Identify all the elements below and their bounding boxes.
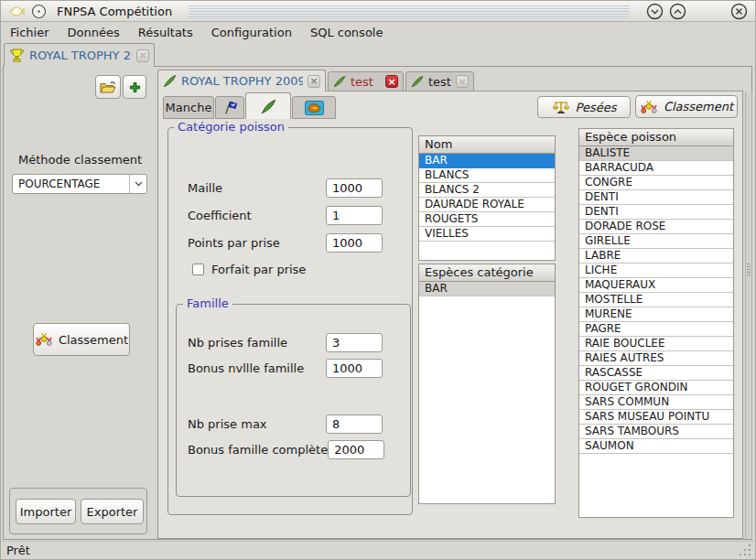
classement-button[interactable]: Classement — [635, 95, 738, 118]
field-row: Coefficient — [188, 205, 383, 225]
tab-test2-close-icon[interactable]: × — [456, 75, 469, 88]
table-row[interactable]: MOSTELLE — [579, 293, 733, 307]
subtab-manche[interactable]: Manche — [163, 96, 214, 119]
subtab-manche-label: Manche — [166, 101, 212, 114]
table-row[interactable]: PAGRE — [579, 322, 733, 337]
classement-label: Classement — [664, 100, 733, 113]
field-label: Bonus nvllle famille — [188, 361, 304, 375]
field-row: Points par prise — [188, 232, 383, 253]
titlebar-stripes — [189, 5, 630, 17]
menu-item[interactable]: Fichier — [1, 24, 59, 41]
table-row[interactable]: SARS MUSEAU POINTU — [579, 410, 733, 425]
table-row[interactable]: RAIES AUTRES — [579, 351, 733, 366]
menu-item[interactable]: Données — [59, 24, 129, 41]
field-input[interactable] — [326, 233, 383, 253]
table-row[interactable]: DENTI — [579, 205, 733, 220]
subtab-engagements[interactable] — [215, 96, 244, 119]
espece-poisson-table: Espèce poisson BALISTEBARRACUDACONGREDEN… — [578, 128, 734, 518]
table-row[interactable]: SAUMON — [579, 439, 733, 454]
tab-royal-trophy-3[interactable]: ROYAL TROPHY 2009 3 × — [157, 70, 326, 92]
maximize-button[interactable] — [669, 3, 686, 20]
splitter-handle[interactable] — [745, 92, 752, 539]
especes-categorie-body: BAR — [419, 282, 555, 296]
close-button[interactable] — [730, 3, 748, 20]
table-row[interactable]: BAR — [419, 154, 555, 168]
medals-icon — [35, 331, 53, 348]
table-row[interactable]: CONGRE — [579, 176, 733, 190]
title-bar[interactable]: FNPSA Compétition — [1, 1, 755, 22]
folder-open-icon — [100, 81, 116, 94]
especes-categorie-header[interactable]: Espèces catégorie — [419, 264, 555, 282]
table-row[interactable]: DAURADE ROYALE — [419, 198, 555, 212]
menu-bar: FichierDonnéesRésultatsConfigurationSQL … — [1, 23, 755, 42]
window-menu-button[interactable] — [30, 3, 48, 20]
table-row[interactable]: BALISTE — [579, 146, 733, 161]
pesees-button[interactable]: Pesées — [537, 96, 631, 118]
open-button[interactable] — [95, 75, 121, 99]
table-row[interactable]: ROUGETS — [419, 212, 555, 227]
importer-button[interactable]: Importer — [16, 499, 76, 524]
forfait-checkbox[interactable] — [192, 264, 204, 275]
tab-test[interactable]: test × — [328, 71, 404, 92]
subtab-zones[interactable] — [292, 96, 336, 119]
fish-icon — [333, 75, 346, 88]
competition-tab[interactable]: ROYAL TROPHY 2009 × — [4, 43, 155, 67]
splitter-grip-icon — [747, 264, 751, 276]
classement-sidebar-label: Classement — [59, 333, 128, 347]
table-row[interactable]: RASCASSE — [579, 366, 733, 381]
competition-tab-close-icon[interactable]: × — [136, 49, 149, 62]
fish-icon — [163, 74, 177, 88]
tab-test-close-icon[interactable]: × — [385, 75, 398, 88]
field-input[interactable] — [326, 178, 383, 198]
especes-categorie-table: Espèces catégorie BAR — [418, 264, 556, 504]
table-row[interactable]: SARS TAMBOURS — [579, 425, 733, 439]
classement-sidebar-button[interactable]: Classement — [33, 323, 130, 356]
table-row[interactable]: ROUGET GRONDIN — [579, 381, 733, 395]
nom-table-header[interactable]: Nom — [419, 136, 555, 154]
field-input[interactable] — [326, 206, 383, 225]
table-row[interactable]: BLANCS 2 — [419, 183, 555, 198]
resize-grip[interactable] — [740, 544, 751, 555]
trophy-icon — [9, 48, 25, 63]
field-input[interactable] — [328, 440, 384, 459]
exporter-button[interactable]: Exporter — [81, 499, 144, 524]
menu-item[interactable]: SQL console — [301, 24, 393, 41]
table-row[interactable]: BLANCS — [419, 168, 555, 183]
table-row[interactable]: MURENE — [579, 307, 733, 322]
table-row[interactable]: GIRELLE — [579, 234, 733, 249]
table-row[interactable]: RAIE BOUCLEE — [579, 337, 733, 351]
menu-item[interactable]: Résultats — [129, 24, 202, 41]
importer-label: Importer — [20, 505, 72, 519]
table-row[interactable]: BAR — [419, 282, 555, 296]
espece-poisson-header[interactable]: Espèce poisson — [579, 129, 733, 146]
status-bar: Prêt — [1, 541, 755, 559]
method-label: Méthode classement — [18, 153, 142, 167]
table-row[interactable]: DENTI — [579, 190, 733, 205]
method-select[interactable]: POURCENTAGE — [12, 174, 147, 194]
table-row[interactable]: DORADE ROSE — [579, 220, 733, 234]
field-row: Maille — [188, 178, 383, 198]
table-row[interactable]: LABRE — [579, 249, 733, 264]
field-label: Points par prise — [188, 236, 280, 250]
tab-royal-trophy-3-label: ROYAL TROPHY 2009 3 — [181, 74, 303, 88]
table-row[interactable]: SARS COMMUN — [579, 395, 733, 410]
forfait-checkbox-row: Forfait par prise — [192, 263, 306, 276]
tab-test2[interactable]: test2 × — [405, 71, 474, 92]
tab-royal-trophy-3-close-icon[interactable]: × — [308, 75, 320, 88]
field-row: Bonus nvllle famille — [188, 358, 383, 378]
menu-item[interactable]: Configuration — [202, 24, 301, 41]
table-row[interactable]: VIELLES — [419, 227, 555, 242]
famille-fields-bottom: Nb prise max Bonus famille complète — [188, 414, 383, 465]
minimize-button[interactable] — [646, 3, 664, 20]
add-button[interactable] — [123, 75, 146, 99]
subtab-categories-poisson[interactable] — [245, 92, 291, 119]
field-row: Nb prise max — [188, 414, 383, 434]
table-row[interactable]: BARRACUDA — [579, 161, 733, 176]
field-input[interactable] — [326, 333, 383, 352]
nom-table-body: BARBLANCSBLANCS 2DAURADE ROYALEROUGETSVI… — [419, 154, 555, 242]
table-row[interactable]: MAQUERAUX — [579, 278, 733, 293]
table-row[interactable]: LICHE — [579, 264, 733, 278]
method-select-value: POURCENTAGE — [13, 178, 129, 190]
field-input[interactable] — [326, 359, 383, 378]
field-input[interactable] — [326, 415, 383, 434]
